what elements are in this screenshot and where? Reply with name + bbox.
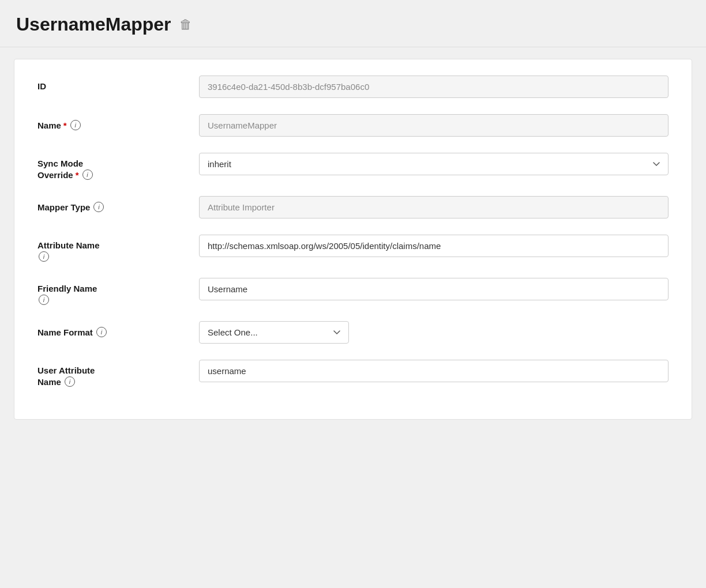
user-attribute-name-field-container: [199, 360, 669, 382]
content-area: ID Name * i Sync Mode Override * i: [14, 59, 692, 420]
user-attribute-name-row: User Attribute Name i: [37, 360, 669, 387]
attribute-name-info-icon[interactable]: i: [39, 251, 49, 262]
mapper-type-field-container: [199, 196, 669, 218]
attribute-name-label: Attribute Name i: [37, 235, 199, 262]
sync-mode-select[interactable]: inherit force legacy: [199, 153, 669, 175]
name-row: Name * i: [37, 114, 669, 137]
name-field-container: [199, 114, 669, 137]
sync-mode-label: Sync Mode Override * i: [37, 153, 199, 180]
mapper-type-input[interactable]: [199, 196, 669, 218]
sync-mode-info-icon[interactable]: i: [82, 169, 93, 180]
mapper-type-info-icon[interactable]: i: [93, 202, 104, 212]
sync-mode-label-line1: Sync Mode: [37, 159, 83, 168]
id-label: ID: [37, 76, 199, 91]
sync-mode-row: Sync Mode Override * i inherit force leg…: [37, 153, 669, 180]
mapper-type-row: Mapper Type i: [37, 196, 669, 218]
name-format-info-icon[interactable]: i: [96, 327, 107, 337]
mapper-type-label: Mapper Type i: [37, 196, 199, 212]
attribute-name-row: Attribute Name i: [37, 235, 669, 262]
user-attribute-name-label: User Attribute Name i: [37, 360, 199, 387]
id-field-container: [199, 76, 669, 98]
name-label: Name * i: [37, 114, 199, 130]
id-input[interactable]: [199, 76, 669, 98]
sync-mode-required-indicator: *: [76, 170, 79, 180]
page-header: UsernameMapper 🗑: [0, 0, 706, 47]
name-format-label: Name Format i: [37, 321, 199, 337]
friendly-name-row: Friendly Name i: [37, 278, 669, 305]
name-format-row: Name Format i Select One... BASIC URI RE…: [37, 321, 669, 344]
friendly-name-input[interactable]: [199, 278, 669, 300]
user-attribute-name-info-icon[interactable]: i: [65, 376, 75, 387]
name-info-icon[interactable]: i: [70, 120, 81, 130]
name-format-select[interactable]: Select One... BASIC URI REFERENCE UNSPEC…: [199, 321, 349, 344]
page-title: UsernameMapper: [16, 14, 171, 35]
id-row: ID: [37, 76, 669, 98]
name-format-field-container: Select One... BASIC URI REFERENCE UNSPEC…: [199, 321, 669, 344]
attribute-name-field-container: [199, 235, 669, 257]
sync-mode-field-container: inherit force legacy: [199, 153, 669, 175]
sync-mode-label-line2: Override * i: [37, 169, 93, 180]
delete-icon[interactable]: 🗑: [179, 17, 192, 32]
friendly-name-field-container: [199, 278, 669, 300]
name-required-indicator: *: [63, 120, 67, 130]
attribute-name-input[interactable]: [199, 235, 669, 257]
user-attribute-name-input[interactable]: [199, 360, 669, 382]
friendly-name-label: Friendly Name i: [37, 278, 199, 305]
friendly-name-info-icon[interactable]: i: [39, 295, 49, 305]
name-input[interactable]: [199, 114, 669, 137]
